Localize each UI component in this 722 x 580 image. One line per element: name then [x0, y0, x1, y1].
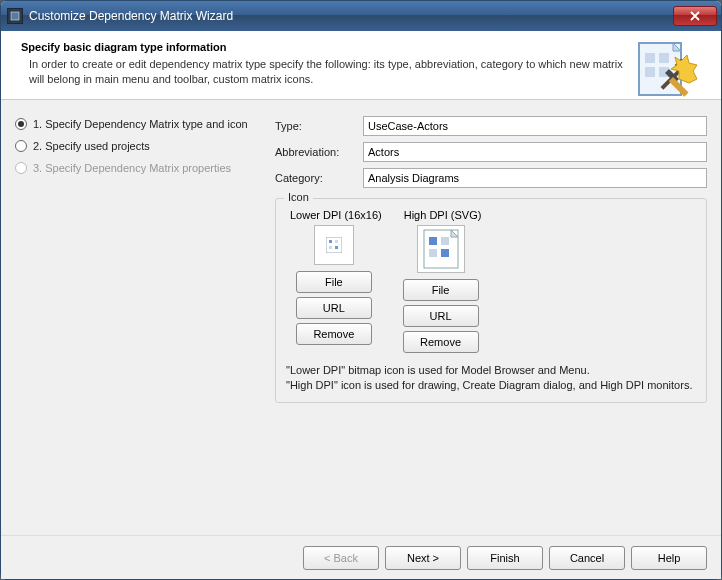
body-panel: 1. Specify Dependency Matrix type and ic… [1, 100, 721, 535]
wizard-header-icon [633, 39, 705, 111]
step-1[interactable]: 1. Specify Dependency Matrix type and ic… [15, 118, 261, 130]
svg-rect-18 [441, 249, 449, 257]
step-2[interactable]: 2. Specify used projects [15, 140, 261, 152]
hint-line-1: "Lower DPI" bitmap icon is used for Mode… [286, 363, 696, 378]
step-label: 2. Specify used projects [33, 140, 150, 152]
radio-icon [15, 140, 27, 152]
svg-rect-13 [335, 246, 338, 249]
svg-rect-2 [645, 53, 655, 63]
high-dpi-remove-button[interactable]: Remove [403, 331, 479, 353]
back-button: < Back [303, 546, 379, 570]
step-3: 3. Specify Dependency Matrix properties [15, 162, 261, 174]
svg-rect-16 [441, 237, 449, 245]
high-dpi-url-button[interactable]: URL [403, 305, 479, 327]
steps-panel: 1. Specify Dependency Matrix type and ic… [15, 116, 261, 523]
form-panel: Type: Abbreviation: Category: Icon Lower… [275, 116, 707, 523]
step-label: 1. Specify Dependency Matrix type and ic… [33, 118, 248, 130]
help-button[interactable]: Help [631, 546, 707, 570]
icon-legend: Icon [284, 191, 313, 203]
header-title: Specify basic diagram type information [21, 41, 625, 53]
radio-icon [15, 118, 27, 130]
lower-dpi-file-button[interactable]: File [296, 271, 372, 293]
abbrev-row: Abbreviation: [275, 142, 707, 162]
svg-rect-10 [329, 240, 332, 243]
type-row: Type: [275, 116, 707, 136]
svg-rect-12 [329, 246, 332, 249]
svg-rect-11 [335, 240, 338, 243]
cancel-button[interactable]: Cancel [549, 546, 625, 570]
matrix-icon [423, 229, 459, 269]
high-dpi-file-button[interactable]: File [403, 279, 479, 301]
high-dpi-label: High DPI (SVG) [400, 209, 482, 221]
svg-rect-0 [11, 12, 19, 20]
close-icon [689, 11, 701, 21]
abbrev-input[interactable] [363, 142, 707, 162]
high-dpi-preview [417, 225, 465, 273]
footer: < Back Next > Finish Cancel Help [1, 535, 721, 579]
icon-hint: "Lower DPI" bitmap icon is used for Mode… [286, 363, 696, 393]
wizard-window: Customize Dependency Matrix Wizard Speci… [0, 0, 722, 580]
svg-rect-3 [659, 53, 669, 63]
header-description: In order to create or edit dependency ma… [21, 57, 625, 87]
close-button[interactable] [673, 6, 717, 26]
lower-dpi-label: Lower DPI (16x16) [286, 209, 382, 221]
radio-icon [15, 162, 27, 174]
lower-dpi-url-button[interactable]: URL [296, 297, 372, 319]
svg-rect-15 [429, 237, 437, 245]
category-row: Category: [275, 168, 707, 188]
category-input[interactable] [363, 168, 707, 188]
header-text: Specify basic diagram type information I… [21, 41, 705, 87]
step-label: 3. Specify Dependency Matrix properties [33, 162, 231, 174]
app-icon [7, 8, 23, 24]
next-button[interactable]: Next > [385, 546, 461, 570]
high-dpi-col: High DPI (SVG) File [400, 209, 482, 357]
lower-dpi-remove-button[interactable]: Remove [296, 323, 372, 345]
type-input[interactable] [363, 116, 707, 136]
icon-fieldset: Icon Lower DPI (16x16) [275, 198, 707, 404]
window-title: Customize Dependency Matrix Wizard [29, 9, 673, 23]
abbrev-label: Abbreviation: [275, 146, 363, 158]
type-label: Type: [275, 120, 363, 132]
lower-dpi-preview [314, 225, 354, 265]
titlebar: Customize Dependency Matrix Wizard [1, 1, 721, 31]
finish-button[interactable]: Finish [467, 546, 543, 570]
lower-dpi-col: Lower DPI (16x16) File URL [286, 209, 382, 357]
svg-rect-17 [429, 249, 437, 257]
svg-rect-9 [326, 237, 342, 253]
matrix-icon [326, 237, 342, 253]
category-label: Category: [275, 172, 363, 184]
svg-rect-4 [645, 67, 655, 77]
icon-columns: Lower DPI (16x16) File URL [286, 209, 696, 357]
hint-line-2: "High DPI" icon is used for drawing, Cre… [286, 378, 696, 393]
header-panel: Specify basic diagram type information I… [1, 31, 721, 100]
